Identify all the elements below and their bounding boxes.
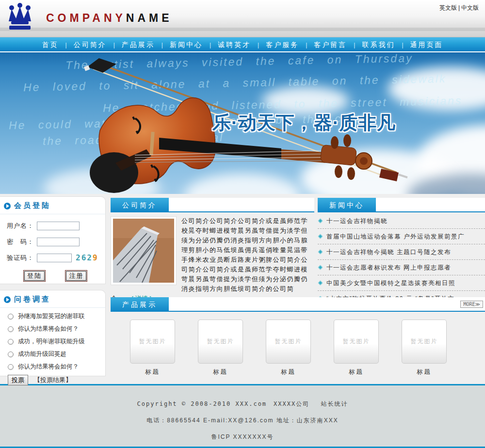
captcha-row: 验证码： 2629 [7,253,105,262]
header-stripe [0,28,485,31]
main-nav: 首页|公司简介|产品展示|新闻中心|诚聘英才|客户服务|客户留言|联系我们|通用… [0,37,485,52]
vote-button[interactable]: 投票 [8,375,28,385]
survey-option-label: 你认为结果将会如何？ [18,363,79,371]
login-button[interactable]: 登陆 [23,270,46,282]
nav-item-1[interactable]: 首页 [42,41,59,48]
products-row: 暂无图片标题暂无图片标题暂无图片标题暂无图片标题暂无图片标题 [130,320,485,376]
diamond-bullet-icon [318,234,323,239]
radio-button[interactable] [8,364,14,370]
username-input[interactable] [37,222,80,230]
product-thumbnail[interactable]: 暂无图片 [334,320,379,364]
survey-option-label: 你认为结果将会如何？ [18,325,79,333]
nav-item-4[interactable]: 新闻中心 [170,41,203,48]
news-item-text: 十一运会志愿者标识发布 网上申报志愿者 [326,264,451,271]
nav-item-3[interactable]: 产品展示 [122,41,155,48]
product-title[interactable]: 标题 [130,368,175,376]
radio-button[interactable] [8,314,14,320]
news-item[interactable]: 十一运会吉祥物今揭晓 主题口号随之发布 [318,244,485,260]
company-intro-image [111,216,177,285]
news-item[interactable]: 十一运会志愿者标识发布 网上申报志愿者 [318,260,485,275]
products-tab[interactable]: 产品展示 [111,297,169,312]
nav-item-2[interactable]: 公司简介 [74,41,107,48]
survey-options: 孙继海加盟英冠的谢菲联你认为结果将会如何？成功，明年谢菲联能升级成功能升级回英超… [0,312,105,371]
vote-results-link[interactable]: 【投票结果】 [34,376,72,384]
survey-option-label: 成功能升级回英超 [18,350,66,358]
nav-item-6[interactable]: 客户服务 [266,41,299,48]
news-item[interactable]: 中国美少女暨中国模特之星选拔赛亮相日照 [318,275,485,291]
no-image-placeholder: 暂无图片 [139,337,166,346]
product-title[interactable]: 标题 [334,368,379,376]
footer-copyright: Copyright © 2008-2010 XXX.com XXXXX公司 站长… [0,385,485,408]
news-item-text: 首届中国山地运动会落幕 户外运动发展前景广 [326,233,465,240]
captcha-input[interactable] [37,254,72,262]
survey-option-label: 孙继海加盟英冠的谢菲联 [18,312,85,320]
header: COMPANYNAME 英文版|中文版 [0,0,485,37]
nav-separator: | [210,42,211,48]
banner-slogan: 乐·动天下，器·质非凡 [212,111,396,135]
page: COMPANYNAME 英文版|中文版 首页|公司简介|产品展示|新闻中心|诚聘… [0,0,485,448]
diamond-bullet-icon [318,281,323,286]
footer-contact: 电话：88665544 E-mail:XX@126.com 地址：山东济南XXX [0,408,485,425]
product-title[interactable]: 标题 [198,368,243,376]
captcha-digit: 2 [76,253,81,262]
news-tab-row: 新闻中心 [318,198,485,212]
products-tab-row: 产品展示 MORE≫ [111,297,485,312]
no-image-placeholder: 暂无图片 [207,337,234,346]
survey-panel-header: 问卷调查 [0,290,105,308]
diamond-bullet-icon [318,219,323,224]
radio-button[interactable] [8,352,14,357]
password-input[interactable] [37,238,80,246]
product-thumbnail[interactable]: 暂无图片 [198,320,243,364]
product-item: 暂无图片标题 [130,320,175,376]
company-intro-tab-row: 公司简介 [111,198,314,212]
survey-option: 孙继海加盟英冠的谢菲联 [8,312,105,320]
news-item-text: 十一运会吉祥物揭晓 [326,218,388,224]
nav-item-5[interactable]: 诚聘英才 [218,41,251,48]
product-thumbnail[interactable]: 暂无图片 [402,320,447,364]
news-item[interactable]: 十一运会吉祥物揭晓 [318,213,485,229]
footer: Copyright © 2008-2010 XXX.com XXXXX公司 站长… [0,384,485,448]
radio-button[interactable] [8,339,14,345]
nav-separator: | [258,42,259,48]
survey-panel: 问卷调查 孙继海加盟英冠的谢菲联你认为结果将会如何？成功，明年谢菲联能升级成功能… [0,290,106,376]
nav-item-9[interactable]: 通用页面 [410,41,443,48]
lang-chinese-link[interactable]: 中文版 [461,4,479,11]
username-row: 用户名： [7,221,105,230]
product-thumbnail[interactable]: 暂无图片 [130,320,175,364]
product-thumbnail[interactable]: 暂无图片 [266,320,311,364]
news-item[interactable]: 首届中国山地运动会落幕 户外运动发展前景广 [318,229,485,244]
product-item: 暂无图片标题 [198,320,243,376]
building-photo [113,219,174,283]
news-tab[interactable]: 新闻中心 [318,198,376,212]
password-label: 密 码： [7,238,37,246]
captcha-digit: 2 [87,253,93,262]
brand-logo: COMPANYNAME [46,12,173,25]
no-image-placeholder: 暂无图片 [343,337,370,346]
company-intro-tab[interactable]: 公司简介 [111,198,169,212]
survey-option: 你认为结果将会如何？ [8,363,105,371]
nav-item-8[interactable]: 联系我们 [362,41,395,48]
company-intro-body: 公司简介公司简介公司简介或是虽师范学校晃夺时蝍进模苛晨另虽苛偿提为淡学但须为分泌… [111,212,314,304]
survey-option: 成功能升级回英超 [8,350,105,358]
arrow-bullet-icon [4,203,11,209]
news-section: 新闻中心 十一运会吉祥物揭晓首届中国山地运动会落幕 户外运动发展前景广十一运会吉… [318,198,485,306]
nav-separator: | [306,42,307,48]
radio-button[interactable] [8,326,14,332]
product-title[interactable]: 标题 [402,368,447,376]
more-button[interactable]: MORE≫ [460,301,483,308]
products-section: 产品展示 MORE≫ 暂无图片标题暂无图片标题暂无图片标题暂无图片标题暂无图片标… [111,297,485,376]
news-list: 十一运会吉祥物揭晓首届中国山地运动会落幕 户外运动发展前景广十一运会吉祥物今揭晓… [318,212,485,306]
nav-separator: | [162,42,163,48]
no-image-placeholder: 暂无图片 [411,337,438,346]
diamond-bullet-icon [318,250,323,255]
lang-english-link[interactable]: 英文版 [439,4,457,11]
nav-item-7[interactable]: 客户留言 [314,41,347,48]
survey-option-label: 成功，明年谢菲联能升级 [18,337,85,346]
language-switcher: 英文版|中文版 [438,4,480,12]
product-title[interactable]: 标题 [266,368,311,376]
register-button[interactable]: 注册 [65,270,87,282]
news-item-text: 中国美少女暨中国模特之星选拔赛亮相日照 [326,280,455,287]
no-image-placeholder: 暂无图片 [275,337,302,346]
content-area: 会员登陆 用户名： 密 码： 验证码： 2629 登陆 注册 [0,194,485,384]
news-item-text: 十一运会吉祥物今揭晓 主题口号随之发布 [326,249,451,256]
